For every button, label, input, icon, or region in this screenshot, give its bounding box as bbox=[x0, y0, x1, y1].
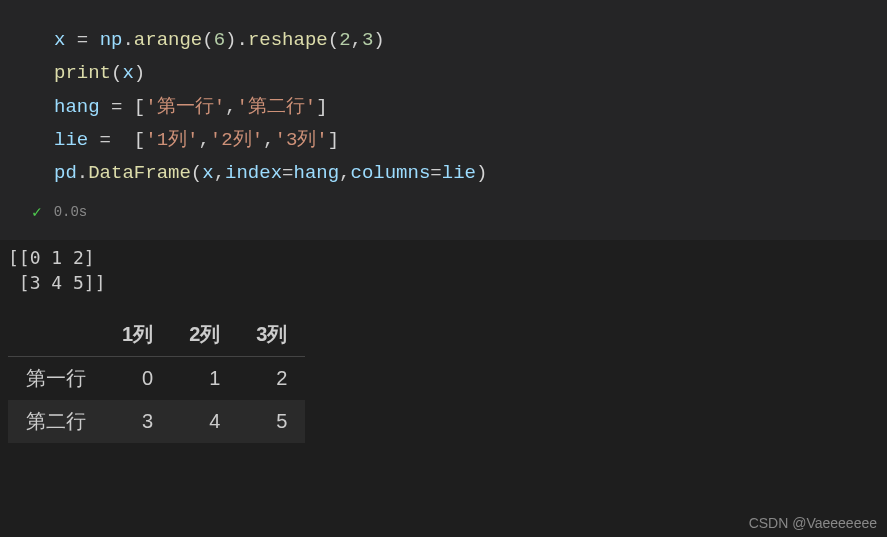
code-cell[interactable]: x = np.arange(6).reshape(2,3) print(x) h… bbox=[0, 0, 887, 240]
execution-time: 0.0s bbox=[54, 204, 88, 220]
table-row: 第二行 3 4 5 bbox=[8, 400, 305, 443]
stdout-output: [[0 1 2] [3 4 5]] bbox=[0, 240, 887, 295]
table-row: 第一行 0 1 2 bbox=[8, 356, 305, 400]
index-label: 第一行 bbox=[8, 356, 104, 400]
string: '第一行' bbox=[145, 96, 225, 118]
function: arange bbox=[134, 29, 202, 51]
function: reshape bbox=[248, 29, 328, 51]
index-label: 第二行 bbox=[8, 400, 104, 443]
cell: 2 bbox=[238, 356, 305, 400]
column-header: 1列 bbox=[104, 313, 171, 357]
code-line-3: hang = ['第一行','第二行'] bbox=[54, 91, 887, 124]
cell: 5 bbox=[238, 400, 305, 443]
cell: 4 bbox=[171, 400, 238, 443]
code-line-4: lie = ['1列','2列','3列'] bbox=[54, 124, 887, 157]
cell: 0 bbox=[104, 356, 171, 400]
column-header: 2列 bbox=[171, 313, 238, 357]
operator: = bbox=[65, 29, 99, 51]
module: np bbox=[100, 29, 123, 51]
index-header bbox=[8, 313, 104, 357]
dataframe-output: 1列 2列 3列 第一行 0 1 2 第二行 3 4 5 bbox=[8, 313, 305, 443]
keyword-arg: index bbox=[225, 162, 282, 184]
check-icon: ✓ bbox=[32, 202, 42, 222]
code-line-2: print(x) bbox=[54, 57, 887, 90]
watermark: CSDN @Vaeeeeeee bbox=[749, 515, 877, 531]
column-header: 3列 bbox=[238, 313, 305, 357]
cell: 3 bbox=[104, 400, 171, 443]
execution-status: ✓ 0.0s bbox=[16, 196, 887, 232]
variable: x bbox=[54, 29, 65, 51]
number: 6 bbox=[214, 29, 225, 51]
cell: 1 bbox=[171, 356, 238, 400]
code-line-1: x = np.arange(6).reshape(2,3) bbox=[54, 24, 887, 57]
code-line-5: pd.DataFrame(x,index=hang,columns=lie) bbox=[54, 157, 887, 190]
function: print bbox=[54, 62, 111, 84]
